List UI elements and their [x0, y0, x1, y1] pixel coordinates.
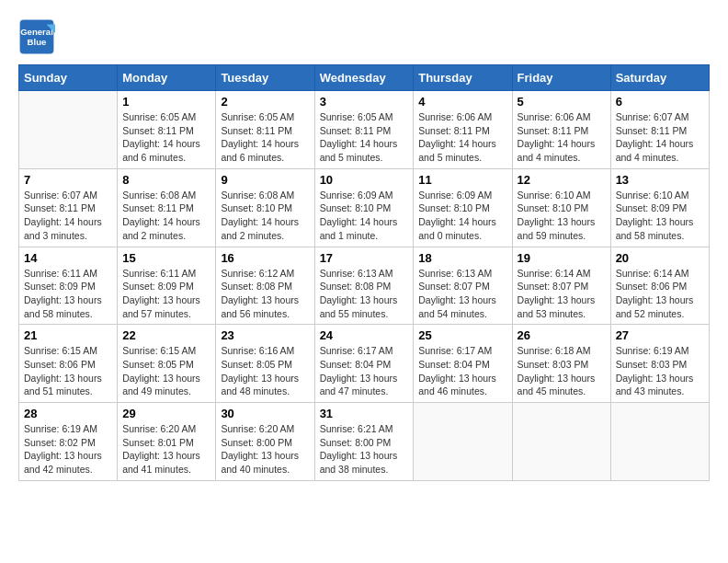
- column-header-tuesday: Tuesday: [216, 65, 314, 91]
- day-info: Sunrise: 6:12 AM Sunset: 8:08 PM Dayligh…: [221, 267, 309, 321]
- day-number: 26: [518, 328, 606, 342]
- day-number: 9: [221, 173, 309, 187]
- calendar-week-1: 1Sunrise: 6:05 AM Sunset: 8:11 PM Daylig…: [19, 91, 710, 169]
- calendar-cell: 7Sunrise: 6:07 AM Sunset: 8:11 PM Daylig…: [19, 168, 118, 247]
- column-header-friday: Friday: [512, 65, 610, 91]
- day-info: Sunrise: 6:18 AM Sunset: 8:03 PM Dayligh…: [518, 344, 606, 398]
- logo-icon: General Blue: [18, 18, 55, 55]
- calendar-cell: 3Sunrise: 6:05 AM Sunset: 8:11 PM Daylig…: [314, 91, 414, 169]
- calendar-cell: 16Sunrise: 6:12 AM Sunset: 8:08 PM Dayli…: [216, 247, 314, 325]
- day-number: 23: [221, 328, 309, 342]
- column-header-saturday: Saturday: [610, 65, 709, 91]
- calendar-cell: 1Sunrise: 6:05 AM Sunset: 8:11 PM Daylig…: [118, 91, 216, 169]
- day-info: Sunrise: 6:21 AM Sunset: 8:00 PM Dayligh…: [320, 422, 409, 477]
- calendar-week-3: 14Sunrise: 6:11 AM Sunset: 8:09 PM Dayli…: [19, 247, 710, 325]
- day-info: Sunrise: 6:17 AM Sunset: 8:04 PM Dayligh…: [418, 344, 506, 398]
- day-number: 6: [616, 95, 704, 109]
- day-number: 8: [122, 173, 210, 187]
- calendar-cell: [610, 403, 709, 481]
- calendar-cell: 19Sunrise: 6:14 AM Sunset: 8:07 PM Dayli…: [512, 247, 610, 325]
- day-info: Sunrise: 6:05 AM Sunset: 8:11 PM Dayligh…: [221, 110, 309, 165]
- day-number: 18: [418, 251, 506, 265]
- calendar-cell: 4Sunrise: 6:06 AM Sunset: 8:11 PM Daylig…: [414, 91, 512, 169]
- day-number: 27: [616, 328, 704, 342]
- day-number: 22: [122, 328, 210, 342]
- day-number: 1: [122, 95, 210, 109]
- day-number: 10: [320, 173, 409, 187]
- day-info: Sunrise: 6:19 AM Sunset: 8:02 PM Dayligh…: [24, 422, 112, 477]
- column-header-sunday: Sunday: [19, 65, 118, 91]
- calendar-cell: 30Sunrise: 6:20 AM Sunset: 8:00 PM Dayli…: [216, 403, 314, 481]
- calendar-cell: 22Sunrise: 6:15 AM Sunset: 8:05 PM Dayli…: [118, 325, 216, 403]
- day-info: Sunrise: 6:07 AM Sunset: 8:11 PM Dayligh…: [616, 110, 704, 165]
- day-number: 4: [418, 95, 506, 109]
- day-info: Sunrise: 6:13 AM Sunset: 8:08 PM Dayligh…: [320, 267, 409, 321]
- calendar-cell: 6Sunrise: 6:07 AM Sunset: 8:11 PM Daylig…: [610, 91, 709, 169]
- day-info: Sunrise: 6:16 AM Sunset: 8:05 PM Dayligh…: [221, 344, 309, 398]
- day-info: Sunrise: 6:17 AM Sunset: 8:04 PM Dayligh…: [320, 344, 409, 398]
- svg-text:General: General: [20, 27, 53, 37]
- day-info: Sunrise: 6:20 AM Sunset: 8:01 PM Dayligh…: [122, 422, 210, 477]
- day-info: Sunrise: 6:19 AM Sunset: 8:03 PM Dayligh…: [616, 344, 704, 398]
- day-number: 24: [320, 328, 409, 342]
- calendar-cell: 28Sunrise: 6:19 AM Sunset: 8:02 PM Dayli…: [19, 403, 118, 481]
- day-number: 19: [518, 251, 606, 265]
- calendar-cell: 25Sunrise: 6:17 AM Sunset: 8:04 PM Dayli…: [414, 325, 512, 403]
- day-number: 12: [518, 173, 606, 187]
- day-info: Sunrise: 6:14 AM Sunset: 8:06 PM Dayligh…: [616, 267, 704, 321]
- day-number: 5: [518, 95, 606, 109]
- day-number: 16: [221, 251, 309, 265]
- day-info: Sunrise: 6:20 AM Sunset: 8:00 PM Dayligh…: [221, 422, 309, 477]
- day-number: 17: [320, 251, 409, 265]
- calendar-cell: 15Sunrise: 6:11 AM Sunset: 8:09 PM Dayli…: [118, 247, 216, 325]
- day-info: Sunrise: 6:15 AM Sunset: 8:05 PM Dayligh…: [122, 344, 210, 398]
- day-info: Sunrise: 6:06 AM Sunset: 8:11 PM Dayligh…: [418, 110, 506, 165]
- day-info: Sunrise: 6:10 AM Sunset: 8:10 PM Dayligh…: [518, 189, 606, 243]
- calendar-cell: 23Sunrise: 6:16 AM Sunset: 8:05 PM Dayli…: [216, 325, 314, 403]
- day-info: Sunrise: 6:11 AM Sunset: 8:09 PM Dayligh…: [24, 267, 112, 321]
- calendar-table: SundayMondayTuesdayWednesdayThursdayFrid…: [18, 64, 710, 481]
- day-number: 7: [24, 173, 112, 187]
- calendar-cell: 2Sunrise: 6:05 AM Sunset: 8:11 PM Daylig…: [216, 91, 314, 169]
- calendar-week-2: 7Sunrise: 6:07 AM Sunset: 8:11 PM Daylig…: [19, 168, 710, 247]
- day-info: Sunrise: 6:06 AM Sunset: 8:11 PM Dayligh…: [518, 110, 606, 165]
- day-info: Sunrise: 6:05 AM Sunset: 8:11 PM Dayligh…: [122, 110, 210, 165]
- column-header-monday: Monday: [118, 65, 216, 91]
- calendar-cell: 24Sunrise: 6:17 AM Sunset: 8:04 PM Dayli…: [314, 325, 414, 403]
- calendar-cell: 27Sunrise: 6:19 AM Sunset: 8:03 PM Dayli…: [610, 325, 709, 403]
- day-info: Sunrise: 6:10 AM Sunset: 8:09 PM Dayligh…: [616, 189, 704, 243]
- calendar-cell: [512, 403, 610, 481]
- calendar-cell: 13Sunrise: 6:10 AM Sunset: 8:09 PM Dayli…: [610, 168, 709, 247]
- day-number: 31: [320, 407, 409, 420]
- day-number: 11: [418, 173, 506, 187]
- calendar-cell: 31Sunrise: 6:21 AM Sunset: 8:00 PM Dayli…: [314, 403, 414, 481]
- column-header-thursday: Thursday: [414, 65, 512, 91]
- calendar-header: SundayMondayTuesdayWednesdayThursdayFrid…: [19, 65, 710, 91]
- calendar-cell: 20Sunrise: 6:14 AM Sunset: 8:06 PM Dayli…: [610, 247, 709, 325]
- logo: General Blue: [18, 18, 61, 55]
- day-info: Sunrise: 6:05 AM Sunset: 8:11 PM Dayligh…: [320, 110, 409, 165]
- day-number: 20: [616, 251, 704, 265]
- day-info: Sunrise: 6:08 AM Sunset: 8:10 PM Dayligh…: [221, 189, 309, 243]
- day-number: 21: [24, 328, 112, 342]
- calendar-cell: 10Sunrise: 6:09 AM Sunset: 8:10 PM Dayli…: [314, 168, 414, 247]
- calendar-cell: 8Sunrise: 6:08 AM Sunset: 8:11 PM Daylig…: [118, 168, 216, 247]
- calendar-cell: 5Sunrise: 6:06 AM Sunset: 8:11 PM Daylig…: [512, 91, 610, 169]
- calendar-body: 1Sunrise: 6:05 AM Sunset: 8:11 PM Daylig…: [19, 91, 710, 481]
- calendar-week-5: 28Sunrise: 6:19 AM Sunset: 8:02 PM Dayli…: [19, 403, 710, 481]
- day-info: Sunrise: 6:14 AM Sunset: 8:07 PM Dayligh…: [518, 267, 606, 321]
- day-info: Sunrise: 6:08 AM Sunset: 8:11 PM Dayligh…: [122, 189, 210, 243]
- calendar-cell: 17Sunrise: 6:13 AM Sunset: 8:08 PM Dayli…: [314, 247, 414, 325]
- day-info: Sunrise: 6:09 AM Sunset: 8:10 PM Dayligh…: [418, 189, 506, 243]
- day-number: 15: [122, 251, 210, 265]
- calendar-cell: 12Sunrise: 6:10 AM Sunset: 8:10 PM Dayli…: [512, 168, 610, 247]
- calendar-cell: 21Sunrise: 6:15 AM Sunset: 8:06 PM Dayli…: [19, 325, 118, 403]
- calendar-cell: [414, 403, 512, 481]
- day-number: 3: [320, 95, 409, 109]
- page-header: General Blue: [18, 18, 710, 55]
- day-number: 28: [24, 407, 112, 420]
- calendar-cell: 29Sunrise: 6:20 AM Sunset: 8:01 PM Dayli…: [118, 403, 216, 481]
- day-number: 29: [122, 407, 210, 420]
- svg-text:Blue: Blue: [28, 37, 47, 47]
- day-number: 2: [221, 95, 309, 109]
